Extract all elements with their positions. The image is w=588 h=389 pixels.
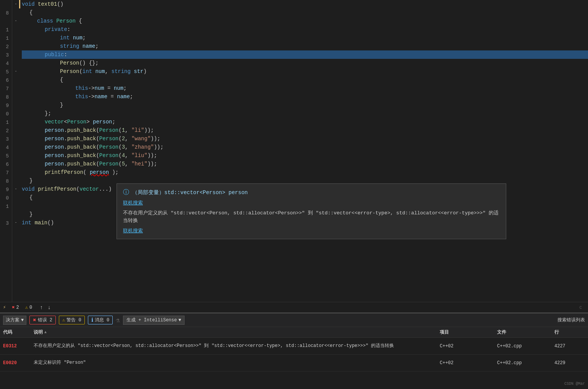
line-cell: 4227 bbox=[554, 344, 585, 349]
code-line: void text01() bbox=[22, 0, 588, 8]
tooltip-header: ⓘ （局部变量）std::vector<Person> person bbox=[123, 188, 500, 196]
bottom-panel: 决方案 ▼ ✖ 错误 2 ⚠ 警告 0 ℹ 消息 0 ⚗ 生成 + Intell… bbox=[0, 313, 588, 389]
error-badge-label: 错误 2 bbox=[38, 317, 52, 323]
project-cell: C++02 bbox=[440, 344, 497, 349]
tooltip-info-icon: ⓘ bbox=[123, 188, 129, 196]
code-line: vector<Person> person; bbox=[22, 118, 588, 126]
bottom-toolbar: 决方案 ▼ ✖ 错误 2 ⚠ 警告 0 ℹ 消息 0 ⚗ 生成 + Intell… bbox=[0, 313, 588, 327]
info-badge[interactable]: ℹ 消息 0 bbox=[88, 316, 113, 324]
col-header-project[interactable]: 项目 bbox=[440, 329, 497, 336]
warning-triangle-icon2: ⚠ bbox=[62, 317, 65, 323]
tooltip-body: 不存在用户定义的从 "std::vector<Person, std::allo… bbox=[123, 209, 500, 224]
error-x-icon: ✖ bbox=[12, 305, 15, 310]
code-line: person.push_back(Person(3, "zhang")); bbox=[22, 143, 588, 151]
error-table: 代码 说明 ▲ 项目 文件 行 E0312 不存在用户定义的从 "std::ve… bbox=[0, 327, 588, 389]
sort-icon: ▲ bbox=[44, 330, 47, 334]
warning-count: 0 bbox=[29, 305, 32, 310]
file-cell: C++02.cpp bbox=[497, 344, 554, 349]
watermark: CSDN @Mar bbox=[564, 382, 585, 386]
code-line: private: bbox=[22, 25, 588, 34]
toolbar-separator: ⚗ bbox=[116, 316, 120, 324]
code-line: int num; bbox=[22, 34, 588, 42]
down-arrow-btn[interactable]: ↓ bbox=[46, 305, 52, 311]
editor-status-bar: ⚡ ✖ 2 ⚠ 0 ↑ ↓ C bbox=[0, 302, 588, 313]
code-lines: void text01() { class Person { private: … bbox=[20, 0, 588, 302]
solution-dropdown[interactable]: 决方案 ▼ bbox=[3, 316, 26, 325]
fold-icon-0[interactable]: ⁃ bbox=[15, 2, 17, 6]
error-code-cell: E0020 bbox=[3, 360, 34, 366]
code-line: Person() {}; bbox=[22, 59, 588, 67]
warning-badge-label: 警告 0 bbox=[66, 317, 81, 323]
code-line: { bbox=[22, 76, 588, 84]
error-desc-cell: 未定义标识符 "Person" bbox=[34, 360, 440, 366]
error-code-cell: E0312 bbox=[3, 344, 34, 349]
info-badge-label: 消息 0 bbox=[95, 317, 109, 323]
dropdown-arrow-icon: ▼ bbox=[21, 318, 24, 323]
code-line: person.push_back(Person(2, "wang")); bbox=[22, 135, 588, 143]
error-badge[interactable]: ✖ 错误 2 bbox=[29, 316, 56, 324]
info-circle-icon: ℹ bbox=[91, 317, 93, 323]
col-header-file[interactable]: 文件 bbox=[497, 329, 554, 336]
code-line-highlighted: public: bbox=[22, 50, 588, 59]
error-desc-cell: 不存在用户定义的从 "std::vector<Person, std::allo… bbox=[34, 343, 440, 349]
build-label: 生成 + IntelliSense bbox=[126, 317, 177, 323]
gutter: ⁃ ⁃ ⁃ bbox=[12, 0, 19, 302]
code-line: printfPerson( person ); bbox=[22, 168, 588, 177]
nav-arrows: ↑ ↓ bbox=[38, 305, 52, 311]
error-count: 2 bbox=[16, 305, 19, 310]
error-circle-x-icon: ✖ bbox=[33, 317, 36, 323]
fold-icon-26[interactable]: ⁃ bbox=[15, 220, 17, 225]
file-cell: C++02.cpp bbox=[497, 360, 554, 366]
code-line: person.push_back(Person(5, "hei")); bbox=[22, 160, 588, 168]
tooltip-popup: ⓘ （局部变量）std::vector<Person> person 联机搜索 … bbox=[117, 183, 506, 239]
code-line: } bbox=[22, 101, 588, 109]
up-arrow-btn[interactable]: ↑ bbox=[38, 305, 44, 311]
code-line: this->num = num; bbox=[22, 84, 588, 92]
build-arrow-icon: ▼ bbox=[178, 318, 181, 323]
code-line: this->name = name; bbox=[22, 92, 588, 101]
tooltip-link2[interactable]: 联机搜索 bbox=[123, 227, 500, 234]
editor-area: 8 1 1 2 3 4 5 6 7 8 9 0 1 2 3 4 5 6 7 8 … bbox=[0, 0, 588, 313]
scroll-indicator: C bbox=[579, 305, 582, 310]
code-line: person.push_back(Person(4, "liu")); bbox=[22, 151, 588, 160]
solution-dropdown-label: 决方案 bbox=[6, 317, 19, 323]
table-header: 代码 说明 ▲ 项目 文件 行 bbox=[0, 327, 588, 338]
project-cell: C++02 bbox=[440, 360, 497, 366]
code-container: 8 1 1 2 3 4 5 6 7 8 9 0 1 2 3 4 5 6 7 8 … bbox=[0, 0, 588, 302]
code-line: { bbox=[22, 8, 588, 17]
search-errors-label[interactable]: 搜索错误列表 bbox=[557, 317, 585, 323]
warning-triangle-icon: ⚠ bbox=[25, 305, 28, 310]
line-cell: 4229 bbox=[554, 360, 585, 366]
col-header-desc[interactable]: 说明 ▲ bbox=[34, 329, 440, 336]
col-header-line[interactable]: 行 bbox=[554, 329, 585, 336]
code-line: string name; bbox=[22, 42, 588, 50]
col-header-code[interactable]: 代码 bbox=[3, 329, 34, 336]
tooltip-link1[interactable]: 联机搜索 bbox=[123, 200, 143, 206]
warning-indicator: ⚠ 0 bbox=[25, 305, 32, 310]
code-line: Person(int num, string str) bbox=[22, 67, 588, 76]
line-numbers: 8 1 1 2 3 4 5 6 7 8 9 0 1 2 3 4 5 6 7 8 … bbox=[0, 0, 12, 302]
fold-icon-8[interactable]: ⁃ bbox=[15, 69, 17, 74]
table-row[interactable]: E0020 未定义标识符 "Person" C++02 C++02.cpp 42… bbox=[0, 355, 588, 371]
table-row[interactable]: E0312 不存在用户定义的从 "std::vector<Person, std… bbox=[0, 338, 588, 355]
tooltip-title: （局部变量）std::vector<Person> person bbox=[132, 189, 248, 196]
code-line: person.push_back(Person(1, "li")); bbox=[22, 126, 588, 135]
fold-icon-22[interactable]: ⁃ bbox=[15, 187, 17, 191]
status-icon: ⚡ bbox=[3, 305, 6, 310]
build-dropdown[interactable]: 生成 + IntelliSense ▼ bbox=[123, 316, 185, 325]
code-line: }; bbox=[22, 109, 588, 118]
fold-icon-2[interactable]: ⁃ bbox=[15, 19, 17, 23]
error-indicator: ✖ 2 bbox=[12, 305, 19, 310]
code-line: class Person { bbox=[22, 17, 588, 25]
warning-badge[interactable]: ⚠ 警告 0 bbox=[59, 316, 85, 324]
